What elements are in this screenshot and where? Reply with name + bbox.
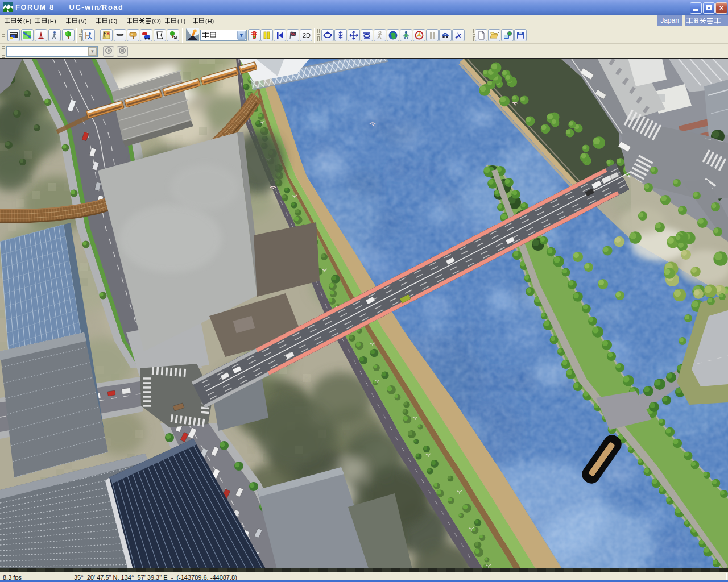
svg-text:N: N [104, 35, 106, 39]
svg-text:(E): (E) [48, 18, 56, 24]
svg-text:(O): (O) [152, 18, 161, 24]
svg-text:(F): (F) [23, 18, 31, 24]
svg-text:(C): (C) [109, 18, 117, 24]
svg-text:(H): (H) [205, 18, 214, 24]
svg-text:(V): (V) [78, 18, 87, 24]
svg-text:2D: 2D [303, 32, 311, 39]
svg-text:(T): (T) [177, 18, 185, 24]
svg-text:6: 6 [694, 18, 698, 24]
